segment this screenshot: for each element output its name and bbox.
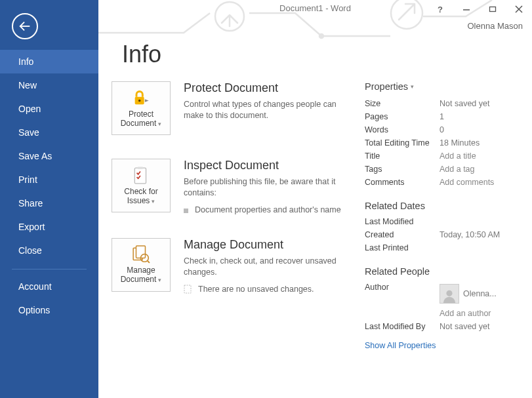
prop-pages: Pages1 xyxy=(365,110,525,123)
author-name: Olenna... xyxy=(463,289,497,298)
info-content: Protect Document▾ Protect Document Contr… xyxy=(112,81,525,398)
svg-point-17 xyxy=(446,290,452,296)
section-title: Protect Document xyxy=(184,81,354,95)
back-button[interactable] xyxy=(12,13,38,39)
tile-label: Manage Document▾ xyxy=(121,266,162,285)
info-left-column: Protect Document▾ Protect Document Contr… xyxy=(112,81,354,398)
prop-title[interactable]: TitleAdd a title xyxy=(365,149,525,163)
close-button[interactable] xyxy=(506,0,532,18)
sidebar-item-saveas[interactable]: Save As xyxy=(0,144,98,168)
help-icon: ? xyxy=(438,5,443,14)
section-bullet: Document properties and author's name xyxy=(184,205,354,214)
chevron-down-icon: ▾ xyxy=(411,83,414,90)
sidebar-item-open[interactable]: Open xyxy=(0,97,98,121)
properties-heading: Properties xyxy=(365,81,408,92)
prop-words: Words0 xyxy=(365,123,525,136)
section-title: Manage Document xyxy=(184,238,354,252)
sidebar-item-close[interactable]: Close xyxy=(0,239,98,262)
section-bullet: There are no unsaved changes. xyxy=(184,285,354,296)
section-manage: Manage Document▾ Manage Document Check i… xyxy=(112,238,354,296)
prop-last-modified: Last Modified xyxy=(365,215,525,228)
sidebar-divider xyxy=(12,269,87,269)
sidebar-item-label: Info xyxy=(18,56,33,67)
section-protect: Protect Document▾ Protect Document Contr… xyxy=(112,81,354,135)
user-name[interactable]: Olenna Mason xyxy=(467,21,523,31)
prop-created: CreatedToday, 10:50 AM xyxy=(365,228,525,241)
prop-tags[interactable]: TagsAdd a tag xyxy=(365,163,525,176)
sidebar-item-export[interactable]: Export xyxy=(0,215,98,239)
protect-document-button[interactable]: Protect Document▾ xyxy=(112,81,171,135)
avatar-icon xyxy=(440,284,459,304)
sidebar-item-label: Share xyxy=(18,198,43,209)
page-icon xyxy=(184,285,192,296)
manage-document-button[interactable]: Manage Document▾ xyxy=(112,238,171,292)
show-all-properties-link[interactable]: Show All Properties xyxy=(365,341,436,350)
svg-rect-10 xyxy=(134,168,146,184)
restore-button[interactable] xyxy=(480,0,506,18)
properties-dropdown[interactable]: Properties▾ xyxy=(365,81,414,92)
sidebar-item-label: Export xyxy=(18,222,45,232)
tile-label: Check for Issues▾ xyxy=(124,188,157,206)
bullet-text: Document properties and author's name xyxy=(195,205,341,214)
restore-icon xyxy=(489,5,497,13)
prop-time: Total Editing Time18 Minutes xyxy=(365,136,525,149)
svg-point-3 xyxy=(319,34,323,38)
sidebar-item-label: Close xyxy=(18,245,42,256)
document-versions-icon xyxy=(132,245,150,264)
prop-comments[interactable]: CommentsAdd comments xyxy=(365,176,525,189)
sidebar-item-account[interactable]: Account xyxy=(0,275,98,298)
add-author-field[interactable]: Add an author xyxy=(440,309,497,318)
svg-rect-16 xyxy=(184,285,191,293)
prop-last-modified-by: Last Modified ByNot saved yet xyxy=(365,320,525,333)
main-pane: Document1 - Word ? Olenna Mason Info xyxy=(98,0,532,398)
sidebar-item-new[interactable]: New xyxy=(0,73,98,97)
section-desc: Control what types of changes people can… xyxy=(184,99,348,121)
prop-author: Author Olenna... Add an author xyxy=(365,281,525,320)
svg-line-15 xyxy=(148,261,150,263)
svg-rect-11 xyxy=(138,167,144,169)
section-text: Inspect Document Before publishing this … xyxy=(184,159,354,214)
page-heading: Info xyxy=(122,41,161,68)
sidebar-item-print[interactable]: Print xyxy=(0,168,98,191)
related-people-heading: Related People xyxy=(365,266,525,277)
section-desc: Before publishing this file, be aware th… xyxy=(184,176,348,199)
titlebar: ? xyxy=(98,0,532,18)
sidebar-item-label: Options xyxy=(18,305,50,315)
minimize-icon xyxy=(462,5,470,13)
back-arrow-icon xyxy=(18,19,32,33)
sidebar-item-share[interactable]: Share xyxy=(0,191,98,215)
author-entry[interactable]: Olenna... xyxy=(440,284,497,304)
sidebar-item-label: Open xyxy=(18,104,41,114)
sidebar-item-options[interactable]: Options xyxy=(0,298,98,322)
prop-last-printed: Last Printed xyxy=(365,241,525,254)
checklist-icon xyxy=(133,166,150,186)
sidebar-item-label: New xyxy=(18,80,37,90)
sidebar-item-label: Save As xyxy=(18,151,52,161)
sidebar-item-info[interactable]: Info xyxy=(0,50,98,73)
close-icon xyxy=(515,5,523,13)
lock-icon xyxy=(132,89,150,108)
section-desc: Check in, check out, and recover unsaved… xyxy=(184,256,348,278)
section-inspect: Check for Issues▾ Inspect Document Befor… xyxy=(112,159,354,214)
sidebar-item-label: Save xyxy=(18,127,39,138)
section-text: Protect Document Control what types of c… xyxy=(184,81,354,135)
section-title: Inspect Document xyxy=(184,159,354,172)
bullet-text: There are no unsaved changes. xyxy=(198,285,314,294)
section-text: Manage Document Check in, check out, and… xyxy=(184,238,354,296)
properties-panel: Properties▾ SizeNot saved yet Pages1 Wor… xyxy=(354,81,525,398)
bullet-icon xyxy=(184,209,188,213)
prop-size: SizeNot saved yet xyxy=(365,97,525,110)
minimize-button[interactable] xyxy=(453,0,480,18)
check-for-issues-button[interactable]: Check for Issues▾ xyxy=(112,159,171,212)
help-button[interactable]: ? xyxy=(427,0,453,18)
tile-label: Protect Document▾ xyxy=(121,110,162,129)
sidebar-item-label: Print xyxy=(18,174,37,185)
sidebar-item-save[interactable]: Save xyxy=(0,121,98,144)
related-dates-heading: Related Dates xyxy=(365,201,525,211)
sidebar-item-label: Account xyxy=(18,281,52,292)
svg-point-9 xyxy=(138,99,141,102)
svg-rect-5 xyxy=(490,7,496,12)
backstage-sidebar: Info New Open Save Save As Print Share E… xyxy=(0,0,98,398)
